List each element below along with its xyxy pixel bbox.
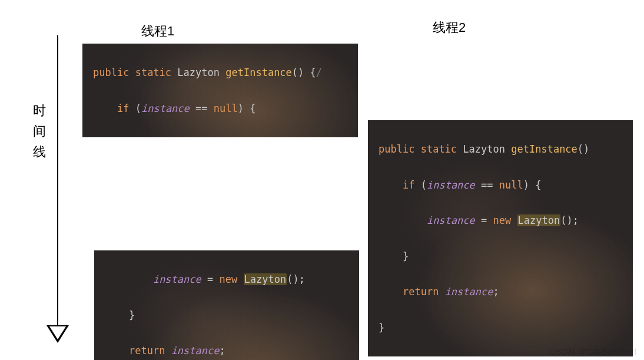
- timeline-arrow: [40, 35, 75, 345]
- semicolon: ;: [220, 345, 225, 356]
- column-header-thread1: 线程1: [141, 22, 174, 40]
- paren-close: ): [293, 273, 298, 285]
- kw-static: static: [135, 67, 171, 78]
- brace-open: {: [535, 179, 541, 191]
- op-assign: =: [481, 214, 487, 226]
- arrow-shaft: [57, 35, 58, 330]
- paren-close: ): [566, 214, 572, 226]
- op-assign: =: [207, 273, 213, 285]
- slash: /: [316, 67, 322, 78]
- type-lazyton: Lazyton: [177, 67, 220, 78]
- type-lazyton: Lazyton: [463, 143, 505, 155]
- op-eq: ==: [195, 103, 207, 114]
- ident-instance: instance: [153, 273, 201, 285]
- paren-open: (: [560, 214, 566, 226]
- ident-instance: instance: [445, 286, 493, 298]
- brace-close: }: [403, 250, 409, 262]
- kw-null: null: [499, 179, 523, 191]
- kw-null: null: [214, 103, 238, 114]
- timeline-axis-label: 时 间 线: [32, 100, 47, 163]
- kw-static: static: [421, 143, 457, 155]
- arrow-head-icon: [47, 325, 69, 343]
- paren-close: ): [298, 67, 304, 78]
- brace-close: }: [129, 309, 135, 321]
- paren-open: (: [421, 179, 427, 191]
- column-header-thread2: 线程2: [433, 19, 466, 37]
- ident-instance: instance: [141, 103, 190, 114]
- type-lazyton: Lazyton: [517, 214, 561, 226]
- brace-close: }: [379, 322, 384, 333]
- semicolon: ;: [299, 273, 305, 285]
- ident-instance: instance: [171, 345, 220, 356]
- code-snippet-thread2: public static Lazyton getInstance() if (…: [368, 120, 633, 356]
- paren-close: ): [523, 179, 529, 191]
- semicolon: ;: [573, 214, 579, 226]
- kw-public: public: [93, 67, 129, 78]
- paren-open: (: [287, 273, 293, 285]
- ident-instance: instance: [427, 214, 475, 226]
- kw-new: new: [493, 214, 512, 226]
- kw-if: if: [117, 103, 129, 114]
- method-getinstance: getInstance: [225, 67, 292, 78]
- kw-public: public: [379, 143, 414, 155]
- paren-open: (: [292, 67, 298, 78]
- kw-return: return: [403, 286, 439, 298]
- ident-instance: instance: [427, 179, 475, 191]
- op-eq: ==: [481, 179, 493, 191]
- paren-close: ): [238, 103, 244, 114]
- paren-open: (: [577, 143, 583, 155]
- kw-return: return: [129, 345, 165, 356]
- type-lazyton: Lazyton: [244, 273, 287, 285]
- kw-if: if: [403, 179, 414, 191]
- paren-open: (: [135, 103, 141, 114]
- brace-open: {: [250, 103, 255, 114]
- paren-close: ): [583, 143, 589, 155]
- watermark-text: CSDN @GGBondlctrl: [549, 346, 637, 356]
- method-getinstance: getInstance: [511, 143, 577, 155]
- code-snippet-thread1-top: public static Lazyton getInstance() {/ i…: [82, 44, 358, 137]
- code-snippet-thread1-bottom: instance = new Lazyton(); } return insta…: [94, 250, 359, 360]
- kw-new: new: [220, 273, 238, 285]
- brace-open: {: [310, 67, 316, 78]
- semicolon: ;: [493, 286, 499, 298]
